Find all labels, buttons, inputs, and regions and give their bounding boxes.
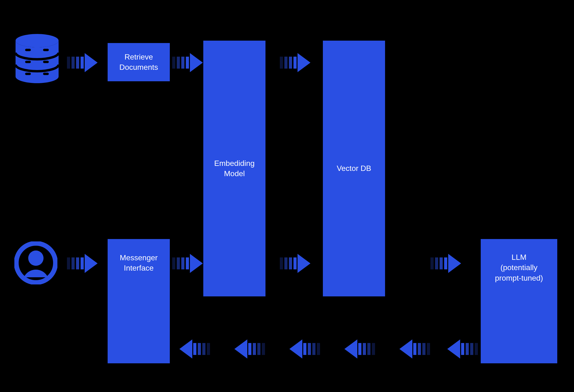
node-llm: LLM (potentially prompt-tuned): [481, 239, 557, 363]
svg-rect-1: [25, 49, 31, 51]
svg-rect-5: [25, 73, 31, 75]
label: Vector DB: [337, 163, 371, 174]
diagram-canvas: Retrieve Documents Embediding Model Vect…: [0, 0, 574, 392]
arrow-right-icon: [67, 53, 98, 72]
arrow-left-icon: [447, 339, 478, 358]
arrow-left-icon: [344, 339, 375, 358]
node-retrieve-documents: Retrieve Documents: [108, 43, 170, 81]
node-embedding-model: Embediding Model: [203, 41, 266, 296]
arrow-right-icon: [430, 254, 461, 273]
arrow-right-icon: [172, 53, 203, 72]
node-messenger-interface: Messenger Interface: [108, 239, 170, 363]
arrow-right-icon: [280, 254, 310, 273]
svg-rect-2: [43, 49, 49, 51]
label: Embediding: [214, 158, 255, 169]
arrow-left-icon: [179, 339, 210, 358]
label: Messenger: [120, 253, 158, 263]
arrow-left-icon: [399, 339, 430, 358]
arrow-left-icon: [234, 339, 265, 358]
label: Documents: [119, 62, 158, 72]
arrow-right-icon: [280, 53, 310, 72]
svg-point-0: [16, 34, 59, 47]
label: Interface: [120, 263, 158, 273]
label: (potentially: [495, 262, 543, 273]
label: Retrieve: [124, 52, 153, 62]
svg-point-8: [28, 251, 43, 266]
label: LLM: [495, 252, 543, 262]
arrow-right-icon: [172, 254, 203, 273]
label: Model: [224, 169, 245, 179]
svg-rect-4: [43, 61, 49, 63]
database-icon: [14, 34, 60, 86]
label: prompt-tuned): [495, 273, 543, 283]
arrow-left-icon: [289, 339, 320, 358]
svg-rect-6: [43, 73, 49, 75]
svg-rect-3: [25, 61, 31, 63]
user-icon: [14, 241, 57, 284]
arrow-right-icon: [67, 254, 98, 273]
node-vector-db: Vector DB: [323, 41, 385, 296]
